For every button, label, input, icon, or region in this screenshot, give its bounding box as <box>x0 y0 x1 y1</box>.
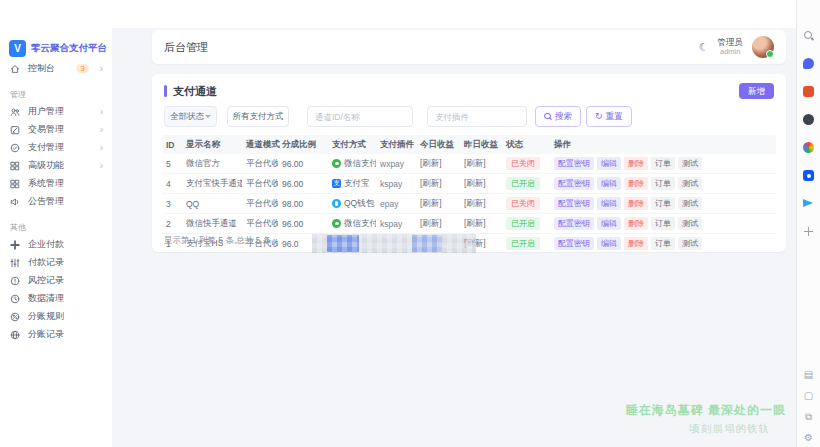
add-extension-icon[interactable] <box>803 226 814 237</box>
col-header: 状态 <box>502 139 550 151</box>
edit-button[interactable]: 编辑 <box>597 177 621 190</box>
sidebar-item-label: 系统管理 <box>28 177 64 190</box>
refresh-yesterday-link[interactable]: [刷新] <box>460 178 502 190</box>
panel-title: 支付通道 <box>173 84 217 99</box>
extension-blue-icon[interactable] <box>803 58 814 69</box>
table-row: 2 微信快手通道 平台代收 96.00 微信支付 kspay [刷新] [刷新]… <box>162 214 776 234</box>
search-button-label: 搜索 <box>555 111 572 123</box>
window-tool-icon[interactable]: ▢ <box>804 391 813 401</box>
config-key-button[interactable]: 配置密钥 <box>554 237 594 250</box>
alert-circle-icon <box>9 275 21 287</box>
delete-button[interactable]: 删除 <box>624 177 648 190</box>
sidebar-item-risk-records[interactable]: 风控记录 <box>0 274 112 287</box>
screenshot-tool-icon[interactable]: ▤ <box>804 370 813 380</box>
edit-button[interactable]: 编辑 <box>597 157 621 170</box>
extension-colorful-icon[interactable] <box>803 142 814 153</box>
orders-button[interactable]: 订单 <box>651 217 675 230</box>
config-key-button[interactable]: 配置密钥 <box>554 217 594 230</box>
refresh-today-link[interactable]: [刷新] <box>416 178 460 190</box>
edit-button[interactable]: 编辑 <box>597 237 621 250</box>
refresh-today-link[interactable]: [刷新] <box>416 158 460 170</box>
cell-method: 微信支付 <box>328 218 376 230</box>
sidebar-item-transactions[interactable]: 交易管理 › <box>0 123 112 136</box>
col-header: 通道模式 <box>242 139 278 151</box>
extension-send-icon[interactable] <box>803 198 814 209</box>
copy-tool-icon[interactable]: ⧉ <box>805 412 812 422</box>
refresh-yesterday-link[interactable]: [刷新] <box>460 198 502 210</box>
sidebar-item-users[interactable]: 用户管理 › <box>0 105 112 118</box>
sidebar-item-pay-records[interactable]: 付款记录 <box>0 256 112 269</box>
settings-tool-icon[interactable]: ⚙ <box>804 433 813 443</box>
status-select[interactable]: 全部状态 <box>164 106 217 127</box>
delete-button[interactable]: 删除 <box>624 197 648 210</box>
orders-button[interactable]: 订单 <box>651 237 675 250</box>
dark-mode-toggle-icon[interactable]: ☾ <box>699 41 709 54</box>
sidebar-item-console[interactable]: 控制台 3 › <box>0 62 112 75</box>
chevron-right-icon: › <box>100 143 103 153</box>
test-button[interactable]: 测试 <box>678 157 702 170</box>
percent-circle-icon <box>9 311 21 323</box>
sidebar-item-split-rules[interactable]: 分账规则 <box>0 310 112 323</box>
delete-button[interactable]: 删除 <box>624 157 648 170</box>
refresh-today-link[interactable]: [刷新] <box>416 198 460 210</box>
reset-button[interactable]: ↻ 重置 <box>586 106 632 127</box>
brand-logo[interactable]: V 零云聚合支付平台 <box>9 40 112 57</box>
extension-profile-icon[interactable] <box>803 114 814 125</box>
test-button[interactable]: 测试 <box>678 177 702 190</box>
sidebar-item-enterprise-pay[interactable]: 企业付款 <box>0 238 112 251</box>
status-badge: 已开启 <box>506 237 540 250</box>
method-filter-button[interactable]: 所有支付方式 <box>227 106 289 127</box>
table-row: 3 QQ 平台代收 98.00 QQ钱包 epay [刷新] [刷新] 已关闭 … <box>162 194 776 214</box>
status-badge: 已开启 <box>506 177 540 190</box>
col-header: 支付方式 <box>328 139 376 151</box>
edit-button[interactable]: 编辑 <box>597 217 621 230</box>
refresh-yesterday-link[interactable]: [刷新] <box>460 158 502 170</box>
orders-button[interactable]: 订单 <box>651 157 675 170</box>
search-icon[interactable] <box>803 30 814 41</box>
refresh-yesterday-link[interactable]: [刷新] <box>460 218 502 230</box>
add-button[interactable]: 新增 <box>739 83 774 99</box>
wechat-pay-icon <box>332 159 341 168</box>
search-button[interactable]: 搜索 <box>535 106 581 127</box>
orders-button[interactable]: 订单 <box>651 197 675 210</box>
config-key-button[interactable]: 配置密钥 <box>554 197 594 210</box>
sidebar-item-label: 高级功能 <box>28 159 64 172</box>
extension-blue-square-icon[interactable] <box>803 170 814 181</box>
sidebar-item-system[interactable]: 系统管理 <box>0 177 112 190</box>
lyrics-overlay: 睡在海岛墓碑 最深处的一眼 顷刻崩塌的铁轨 <box>626 402 786 436</box>
users-icon <box>9 106 21 118</box>
config-key-button[interactable]: 配置密钥 <box>554 157 594 170</box>
sidebar-item-advanced[interactable]: 高级功能 › <box>0 159 112 172</box>
sidebar-item-data-clean[interactable]: 数据清理 <box>0 292 112 305</box>
delete-button[interactable]: 删除 <box>624 217 648 230</box>
orders-button[interactable]: 订单 <box>651 177 675 190</box>
chevron-right-icon: › <box>100 125 103 135</box>
refresh-today-link[interactable]: [刷新] <box>416 218 460 230</box>
plugin-input[interactable] <box>427 106 527 127</box>
title-accent-bar <box>164 85 167 97</box>
sidebar-item-label: 风控记录 <box>28 274 64 287</box>
avatar[interactable] <box>752 36 774 58</box>
extension-red-icon[interactable] <box>803 86 814 97</box>
edit-button[interactable]: 编辑 <box>597 197 621 210</box>
payment-channels-panel: 支付通道 新增 全部状态 所有支付方式 搜索 ↻ 重置 ID 显示名称 <box>152 74 786 252</box>
test-button[interactable]: 测试 <box>678 197 702 210</box>
test-button[interactable]: 测试 <box>678 217 702 230</box>
test-button[interactable]: 测试 <box>678 237 702 250</box>
col-header: 分成比例 <box>278 139 328 151</box>
user-info[interactable]: 管理员 admin <box>718 38 744 56</box>
wechat-pay-icon <box>332 219 341 228</box>
sidebar-item-announcements[interactable]: 公告管理 <box>0 195 112 208</box>
speaker-icon <box>9 196 21 208</box>
sidebar-item-split-records[interactable]: 分账记录 <box>0 328 112 341</box>
config-key-button[interactable]: 配置密钥 <box>554 177 594 190</box>
delete-button[interactable]: 删除 <box>624 237 648 250</box>
search-icon <box>544 113 552 121</box>
sidebar-item-payments[interactable]: 支付管理 › <box>0 141 112 154</box>
channel-id-input[interactable] <box>307 106 413 127</box>
refresh-icon: ↻ <box>595 112 603 121</box>
cell-plugin: wxpay <box>376 159 416 169</box>
console-badge: 3 <box>76 64 88 73</box>
home-icon <box>9 63 21 75</box>
sidebar-item-label: 企业付款 <box>28 238 64 251</box>
